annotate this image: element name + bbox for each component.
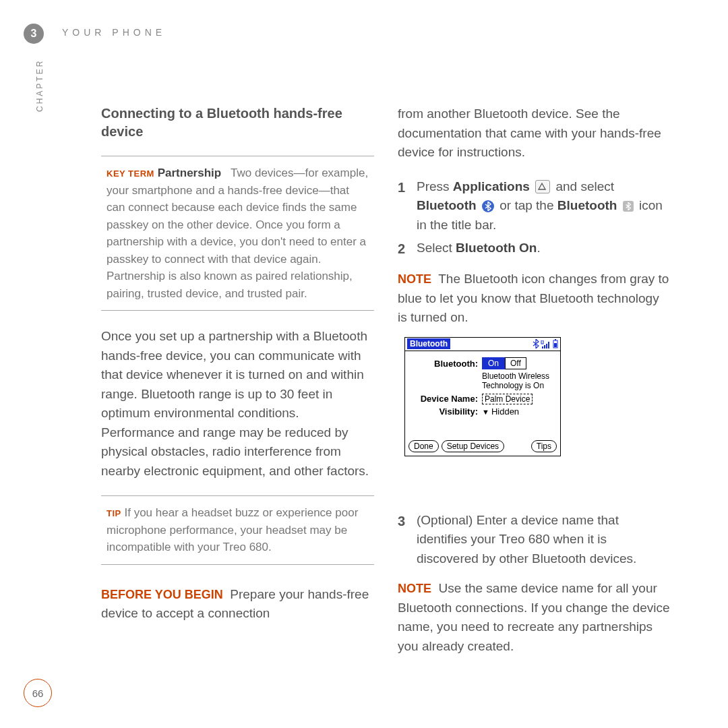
bt-titlebar: Bluetooth [405,338,560,351]
step-text-bold: Applications [453,179,530,193]
key-term-text: Two devices—for example, your smartphone… [107,166,368,300]
tips-button[interactable]: Tips [531,440,557,452]
bluetooth-screenshot: Bluetooth Bluetooth: OnOff Bluetooth Wir… [404,337,561,456]
chapter-number-badge: 3 [24,24,44,44]
bt-on-button[interactable]: On [482,357,505,369]
left-column: Connecting to a Bluetooth hands-free dev… [101,104,374,638]
running-head: YOUR PHONE [62,27,166,38]
note-text: Use the same device name for all your Bl… [398,581,670,653]
tip-callout: TIP If you hear a headset buzz or experi… [101,495,374,565]
setup-devices-button[interactable]: Setup Devices [442,440,504,452]
bluetooth-gray-icon [623,201,634,212]
before-begin-label: BEFORE YOU BEGIN [101,588,223,601]
step-number: 3 [398,511,417,569]
step-text-frag: . [537,241,540,255]
visibility-value: Hidden [491,406,519,417]
tip-text: If you hear a headset buzz or experience… [107,506,358,553]
step-number: 1 [398,177,417,235]
note-2: NOTE Use the same device name for all yo… [398,579,671,656]
tip-label: TIP [107,508,121,518]
battery-icon [553,339,558,348]
body-paragraph: Once you set up a partnership with a Blu… [101,327,374,481]
bt-title: Bluetooth [407,338,450,349]
note-1: NOTE The Bluetooth icon changes from gra… [398,270,671,328]
chevron-down-icon: ▼ [482,408,489,416]
before-you-begin: BEFORE YOU BEGIN Prepare your hands-free… [101,585,374,624]
step-text-bold: Bluetooth On [456,241,537,255]
manual-page: 3 YOUR PHONE CHAPTER Connecting to a Blu… [0,0,728,728]
step-text-bold: Bluetooth [557,198,617,212]
done-button[interactable]: Done [408,440,439,452]
note-label: NOTE [398,272,431,286]
step-3: 3 (Optional) Enter a device name that id… [398,511,671,569]
visibility-dropdown[interactable]: ▼Hidden [482,406,519,417]
bt-field-label: Device Name: [411,394,482,404]
svg-rect-2 [555,339,556,340]
device-name-field[interactable]: Palm Device [482,394,533,404]
bt-off-button[interactable]: Off [505,357,526,369]
bt-field-label: Bluetooth: [411,359,482,369]
svg-rect-3 [554,343,557,347]
step-1: 1 Press Applications and select Bluetoot… [398,177,671,235]
bt-title-icons [533,339,558,348]
step-text-frag: and select [555,179,614,193]
note-label: NOTE [398,582,431,595]
step-text-bold: Bluetooth [417,198,477,212]
continuation-text: from another Bluetooth device. See the d… [398,104,671,162]
bluetooth-blue-icon [482,200,494,212]
bt-body: Bluetooth: OnOff Bluetooth Wireless Tech… [405,351,560,438]
section-title: Connecting to a Bluetooth hands-free dev… [101,104,374,141]
bt-field-devicename: Device Name: Palm Device [411,394,555,404]
signal-icon [541,340,551,348]
step-number: 2 [398,239,417,259]
applications-icon [535,180,550,193]
note-text: The Bluetooth icon changes from gray to … [398,272,669,324]
key-term-label: KEY TERM [107,169,154,179]
bt-status-text: Bluetooth Wireless Technology is On [482,371,555,391]
bluetooth-status-icon [533,339,539,348]
chapter-label: CHAPTER [35,59,44,112]
svg-rect-0 [541,340,543,344]
step-text-frag: Select [417,241,456,255]
step-text-frag: Press [417,179,453,193]
step-2: 2 Select Bluetooth On. [398,239,671,259]
key-term-term: Partnership [158,166,221,179]
bt-field-label: Visibility: [411,406,482,417]
bt-button-row: Done Setup Devices Tips [405,438,560,456]
bt-field-bluetooth: Bluetooth: OnOff [411,357,555,369]
key-term-callout: KEY TERM Partnership Two devices—for exa… [101,156,374,311]
step-text-frag: or tap the [499,198,557,212]
step-text: (Optional) Enter a device name that iden… [417,511,671,569]
bt-field-visibility: Visibility: ▼Hidden [411,406,555,417]
page-number: 66 [24,679,52,707]
